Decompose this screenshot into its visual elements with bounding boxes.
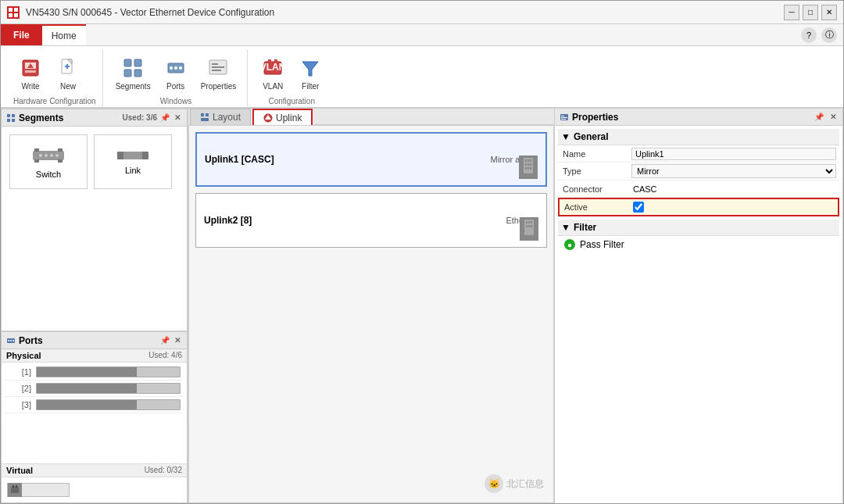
segments-header-right: Used: 3/6 📌 ✕ bbox=[123, 113, 182, 122]
properties-panel-title: Properties bbox=[572, 112, 618, 123]
vlan-icon: VLAN bbox=[260, 55, 285, 80]
filter-collapse-icon: ▼ bbox=[561, 222, 570, 233]
left-panels: Segments Used: 3/6 📌 ✕ bbox=[1, 109, 188, 503]
svg-rect-76 bbox=[531, 225, 532, 227]
tab-fill bbox=[314, 109, 554, 125]
info-button[interactable]: ⓘ bbox=[821, 27, 837, 43]
filter-section-header[interactable]: ▼ Filter bbox=[558, 220, 839, 236]
port-2-fill bbox=[37, 384, 137, 393]
app-icon bbox=[7, 6, 20, 19]
svg-rect-35 bbox=[34, 148, 39, 152]
filter-button[interactable]: Filter bbox=[293, 52, 327, 94]
port-1-label: [1] bbox=[8, 367, 31, 377]
segments-panel: Segments Used: 3/6 📌 ✕ bbox=[1, 109, 188, 331]
port-2-bar bbox=[36, 383, 181, 394]
uplink2-icon bbox=[520, 217, 538, 241]
svg-rect-27 bbox=[268, 59, 271, 63]
segments-content: Switch Link bbox=[2, 127, 187, 331]
segments-pin-button[interactable]: 📌 bbox=[159, 113, 171, 122]
hardware-group-label: Hardware Configuration bbox=[13, 97, 96, 107]
port-2[interactable]: [2] bbox=[5, 381, 184, 397]
svg-rect-55 bbox=[201, 118, 209, 121]
properties-icon bbox=[206, 55, 231, 80]
vlan-label: VLAN bbox=[263, 82, 283, 91]
type-select[interactable]: Mirror Ethernet bbox=[631, 164, 836, 178]
segments-icon bbox=[120, 55, 145, 80]
ribbon: Write New Hardware Configuration bbox=[1, 46, 843, 109]
uplink-tab-label: Uplink bbox=[276, 113, 302, 123]
svg-rect-1 bbox=[14, 8, 18, 12]
svg-rect-30 bbox=[7, 114, 10, 117]
svg-rect-51 bbox=[13, 485, 14, 488]
general-section-header[interactable]: ▼ General bbox=[558, 129, 839, 145]
name-input[interactable] bbox=[631, 148, 836, 160]
title-bar-controls: ─ □ ✕ bbox=[784, 5, 837, 20]
link-segment[interactable]: Link bbox=[94, 134, 172, 189]
filter-item-pass[interactable]: ● Pass Filter bbox=[558, 236, 839, 253]
help-button[interactable]: ? bbox=[801, 27, 817, 43]
uplink-tab[interactable]: Uplink bbox=[252, 109, 313, 125]
svg-rect-72 bbox=[528, 221, 530, 223]
menu-right: ? ⓘ bbox=[801, 24, 843, 45]
svg-rect-74 bbox=[526, 225, 528, 227]
properties-pin-button[interactable]: 📌 bbox=[813, 113, 825, 121]
ribbon-group-windows: Segments Ports bbox=[105, 49, 249, 107]
svg-text:VLAN: VLAN bbox=[262, 62, 284, 73]
close-button[interactable]: ✕ bbox=[821, 5, 837, 20]
svg-rect-0 bbox=[9, 8, 13, 12]
uplink1-card[interactable]: Uplink1 [CASC] Mirror active bbox=[195, 132, 547, 187]
properties-close-button[interactable]: ✕ bbox=[828, 113, 838, 121]
segments-panel-icon bbox=[6, 113, 16, 123]
watermark: 🐱 北汇信息 bbox=[485, 474, 544, 493]
ribbon-windows-buttons: Segments Ports bbox=[111, 49, 241, 97]
svg-rect-13 bbox=[124, 59, 131, 66]
file-menu[interactable]: File bbox=[1, 24, 42, 45]
port-3-label: [3] bbox=[8, 400, 31, 409]
ports-button[interactable]: Ports bbox=[159, 52, 193, 94]
segments-close-button[interactable]: ✕ bbox=[173, 113, 182, 122]
ribbon-group-hardware: Write New Hardware Configuration bbox=[7, 49, 103, 107]
write-label: Write bbox=[21, 82, 39, 91]
filter-icon bbox=[298, 55, 323, 80]
ports-header-right: 📌 ✕ bbox=[159, 336, 182, 345]
switch-segment[interactable]: Switch bbox=[9, 134, 88, 189]
physical-used: Used: 4/6 bbox=[148, 351, 182, 360]
properties-label: Properties bbox=[201, 82, 237, 91]
uplink2-left: Uplink2 [8] bbox=[204, 215, 252, 226]
virtual-port-box bbox=[7, 483, 70, 497]
uplink1-left: Uplink1 [CASC] bbox=[205, 154, 274, 165]
ports-content: [1] [2] [3] bbox=[2, 363, 187, 463]
ports-pin-button[interactable]: 📌 bbox=[159, 336, 171, 345]
virtual-port-1[interactable] bbox=[5, 481, 184, 499]
virtual-ports-content bbox=[2, 477, 187, 502]
svg-rect-73 bbox=[531, 221, 532, 223]
vlan-button[interactable]: VLAN VLAN bbox=[256, 52, 290, 94]
virtual-used: Used: 0/32 bbox=[145, 466, 182, 475]
svg-rect-45 bbox=[142, 152, 148, 159]
ports-icon bbox=[163, 55, 188, 80]
pass-filter-icon: ● bbox=[564, 239, 575, 250]
properties-button[interactable]: Properties bbox=[196, 52, 241, 94]
svg-rect-78 bbox=[561, 116, 564, 116]
segments-header-left: Segments bbox=[6, 113, 63, 123]
connector-label: Connector bbox=[558, 182, 628, 196]
new-button[interactable]: New bbox=[51, 52, 85, 94]
port-1[interactable]: [1] bbox=[5, 364, 184, 381]
write-button[interactable]: Write bbox=[13, 52, 48, 94]
write-icon bbox=[18, 55, 43, 80]
port-3[interactable]: [3] bbox=[5, 397, 184, 413]
active-checkbox[interactable] bbox=[633, 202, 644, 213]
uplink2-card[interactable]: Uplink2 [8] Ethernet bbox=[195, 193, 547, 248]
ribbon-hardware-buttons: Write New bbox=[13, 49, 85, 97]
restore-button[interactable]: □ bbox=[803, 5, 818, 20]
segments-panel-title: Segments bbox=[19, 113, 63, 123]
svg-rect-54 bbox=[206, 113, 209, 116]
properties-panel: Properties 📌 ✕ ▼ General Name bbox=[554, 109, 843, 503]
home-tab[interactable]: Home bbox=[42, 24, 86, 45]
svg-rect-63 bbox=[525, 163, 527, 166]
segments-button[interactable]: Segments bbox=[111, 52, 156, 94]
ports-close-button[interactable]: ✕ bbox=[173, 336, 182, 345]
minimize-button[interactable]: ─ bbox=[784, 5, 799, 20]
properties-header-left: Properties bbox=[560, 112, 618, 123]
layout-tab[interactable]: Layout bbox=[190, 109, 251, 125]
